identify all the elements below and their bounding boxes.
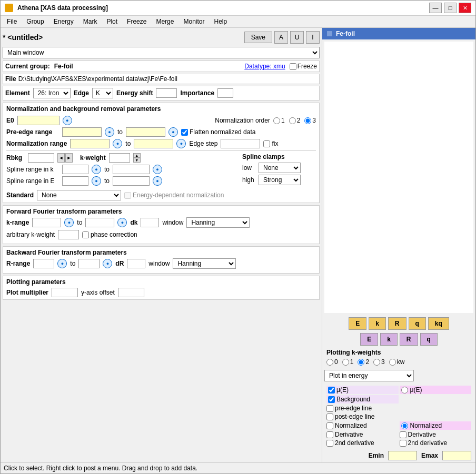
- kw-kw-radio[interactable]: [389, 359, 396, 366]
- menu-group[interactable]: Group: [22, 17, 48, 26]
- main-window-select[interactable]: Main window: [3, 47, 320, 58]
- spline-k-to-input[interactable]: 14.468: [113, 165, 150, 174]
- dk-input[interactable]: 1: [141, 218, 159, 227]
- btn-a[interactable]: A: [274, 31, 288, 44]
- minimize-button[interactable]: —: [429, 3, 442, 13]
- spline-e-to-btn[interactable]: ●: [153, 176, 162, 186]
- derivative-checkbox[interactable]: [326, 431, 333, 438]
- menu-help[interactable]: Help: [210, 17, 231, 26]
- krange-to-btn[interactable]: ●: [117, 218, 127, 227]
- dr-input[interactable]: 0.0: [127, 259, 145, 268]
- datatype-link[interactable]: Datatype: xmu: [244, 63, 285, 70]
- pre-edge-line-checkbox[interactable]: [326, 405, 333, 412]
- spline-k-to-btn[interactable]: ●: [153, 165, 162, 174]
- pre-edge-from-input[interactable]: -150.000: [62, 127, 102, 137]
- rbkg-next-btn[interactable]: ►: [65, 153, 73, 163]
- bfft-window-select[interactable]: Hanning: [173, 258, 236, 269]
- background-checkbox[interactable]: [328, 396, 335, 403]
- maximize-button[interactable]: □: [444, 3, 457, 13]
- rrange-from-input[interactable]: 1: [33, 259, 54, 268]
- rrange-to-input[interactable]: 3: [78, 259, 100, 268]
- norm-order-radio-2[interactable]: [289, 117, 296, 124]
- normalized-checkbox[interactable]: [326, 422, 333, 429]
- btn-i[interactable]: I: [306, 31, 320, 44]
- multiplier-input[interactable]: 1: [52, 288, 78, 297]
- krange-from-input[interactable]: 3.000: [32, 218, 61, 227]
- edge-step-input[interactable]: 2.877855: [221, 139, 260, 148]
- kweight-up-btn[interactable]: ▲: [133, 153, 141, 158]
- pre-edge-to-input[interactable]: -30.000: [126, 127, 165, 137]
- e0-info-btn[interactable]: ●: [63, 116, 72, 125]
- post-edge-line-checkbox[interactable]: [326, 414, 333, 420]
- fft-window-select[interactable]: Hanning: [186, 217, 250, 228]
- emax-input[interactable]: 800: [442, 451, 471, 460]
- arb-kweight-input[interactable]: 0.5: [58, 230, 79, 239]
- deriv2-right-checkbox[interactable]: [400, 440, 406, 447]
- standard-select[interactable]: None: [37, 190, 121, 200]
- btn-u[interactable]: U: [290, 31, 304, 44]
- spline-k-from-btn[interactable]: ●: [92, 165, 101, 174]
- menu-file[interactable]: File: [3, 17, 21, 26]
- rrange-to-btn[interactable]: ●: [103, 259, 112, 268]
- derivative-right-checkbox[interactable]: [400, 431, 406, 438]
- importance-input[interactable]: 1: [217, 88, 233, 98]
- kw-0-radio[interactable]: [326, 359, 333, 366]
- edge-select[interactable]: K: [92, 88, 113, 98]
- kweight-down-btn[interactable]: ▼: [133, 158, 141, 163]
- norm-range-to-input[interactable]: 697.567: [134, 139, 173, 148]
- pre-edge-from-btn[interactable]: ●: [105, 127, 114, 137]
- kw-2-radio[interactable]: [358, 359, 364, 366]
- kweight-input[interactable]: 2: [109, 153, 130, 163]
- plot-btn-k1[interactable]: k: [369, 317, 386, 330]
- mu-e-checkbox[interactable]: [328, 387, 335, 394]
- deriv2-checkbox[interactable]: [326, 440, 333, 447]
- clamp-high-select[interactable]: Strong: [259, 175, 301, 185]
- norm-range-from-btn[interactable]: ●: [113, 139, 122, 148]
- phase-correction-checkbox[interactable]: [82, 231, 89, 238]
- norm-order-radio-3[interactable]: [304, 117, 311, 124]
- rbkg-prev-btn[interactable]: ◄: [57, 153, 65, 163]
- pre-edge-to-btn[interactable]: ●: [168, 127, 178, 137]
- energy-dep-checkbox[interactable]: [124, 192, 131, 199]
- plot-btn-k2[interactable]: k: [380, 333, 398, 346]
- menu-plot[interactable]: Plot: [102, 17, 122, 26]
- spline-k-from-input[interactable]: 0: [62, 165, 88, 174]
- menu-energy[interactable]: Energy: [49, 17, 78, 26]
- menu-freeze[interactable]: Freeze: [123, 17, 151, 26]
- norm-order-radio-1[interactable]: [273, 117, 280, 124]
- rbkg-input[interactable]: 1.0: [28, 153, 54, 163]
- spline-e-from-btn[interactable]: ●: [92, 176, 101, 186]
- yoffset-input[interactable]: 0: [118, 288, 144, 297]
- fix-checkbox[interactable]: [263, 140, 270, 147]
- kw-3-radio[interactable]: [373, 359, 380, 366]
- normalized-right-radio[interactable]: [401, 422, 408, 429]
- plot-btn-kq1[interactable]: kq: [428, 317, 449, 330]
- menu-monitor[interactable]: Monitor: [179, 17, 209, 26]
- plot-btn-r1[interactable]: R: [388, 317, 406, 330]
- clamp-low-select[interactable]: None: [259, 163, 301, 173]
- menu-mark[interactable]: Mark: [79, 17, 102, 26]
- spline-e-from-input[interactable]: 0: [62, 176, 88, 186]
- plot-btn-q2[interactable]: q: [420, 333, 438, 346]
- plot-in-energy-select[interactable]: Plot in energy: [324, 370, 414, 381]
- plot-btn-e1[interactable]: E: [349, 317, 366, 330]
- menu-merge[interactable]: Merge: [152, 17, 178, 26]
- spline-e-to-input[interactable]: 797.5173: [113, 176, 150, 186]
- flatten-checkbox[interactable]: [181, 129, 188, 136]
- plot-btn-e2[interactable]: E: [360, 333, 378, 346]
- krange-from-btn[interactable]: ●: [64, 218, 74, 227]
- energy-shift-input[interactable]: 0: [156, 88, 177, 98]
- plot-btn-r2[interactable]: R: [400, 333, 418, 346]
- norm-range-to-btn[interactable]: ●: [176, 139, 186, 148]
- emin-input[interactable]: -200: [388, 451, 417, 460]
- rrange-from-btn[interactable]: ●: [57, 259, 67, 268]
- mu-e-right-radio[interactable]: [401, 387, 408, 394]
- krange-to-input[interactable]: 12.468: [85, 218, 114, 227]
- e0-input[interactable]: 7111.485: [17, 116, 60, 125]
- close-button[interactable]: ✕: [459, 3, 471, 13]
- kw-1-radio[interactable]: [342, 359, 349, 366]
- freeze-checkbox[interactable]: [290, 63, 296, 70]
- element-select[interactable]: 26: Iron: [33, 88, 71, 98]
- plot-btn-q1[interactable]: q: [409, 317, 426, 330]
- norm-range-from-input[interactable]: 150.000: [70, 139, 110, 148]
